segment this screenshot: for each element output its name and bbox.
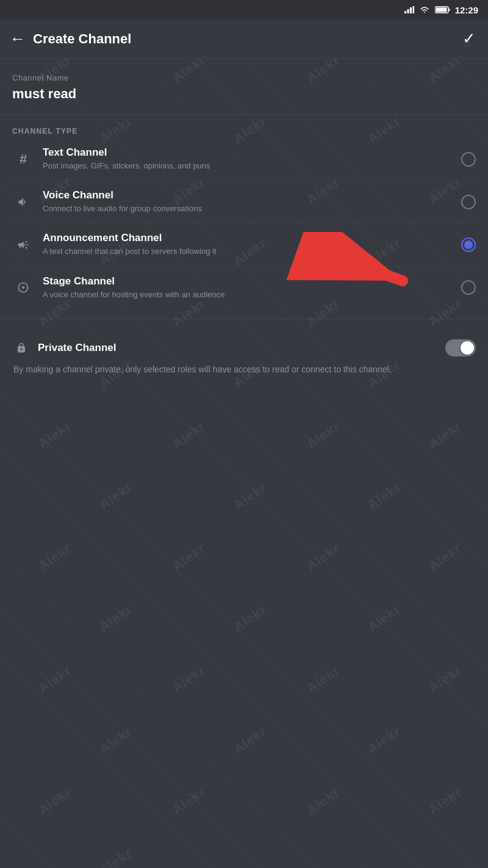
channel-type-section: CHANNEL TYPE # Text Channel Post images,… — [0, 115, 488, 309]
private-channel-row: Private Channel — [12, 339, 476, 357]
text-channel-option[interactable]: # Text Channel Post images, GIFs, sticke… — [12, 138, 476, 181]
watermark-tile: Alekr — [365, 601, 404, 635]
stage-channel-text: Stage Channel A voice channel for hostin… — [43, 275, 461, 300]
channel-name-section: Channel Name must read — [0, 59, 488, 115]
lock-icon — [12, 339, 30, 357]
watermark-tile: Alekr — [365, 479, 404, 513]
battery-icon — [435, 6, 450, 13]
watermark-tile: Alekr — [304, 540, 343, 574]
watermark-tile: Alekr — [365, 723, 404, 758]
voice-channel-title: Voice Channel — [43, 189, 461, 201]
text-channel-desc: Post images, GIFs, stickers, opinions, a… — [43, 161, 461, 172]
main-content: Channel Name must read CHANNEL TYPE # Te… — [0, 59, 488, 386]
signal-icon — [404, 6, 414, 13]
announcement-channel-title: Announcement Channel — [43, 232, 461, 244]
wifi-icon — [419, 6, 430, 13]
volume-icon — [12, 191, 34, 213]
status-bar: 12:29 — [0, 0, 488, 20]
watermark-tile: Alekr — [35, 662, 74, 696]
svg-rect-6 — [448, 9, 450, 11]
watermark-tile: Alekr — [304, 418, 343, 452]
stage-channel-title: Stage Channel — [43, 275, 461, 288]
back-button[interactable]: ← — [10, 27, 33, 51]
watermark-tile: Alekr — [426, 662, 465, 696]
watermark-tile: Alekr — [170, 540, 209, 574]
private-channel-section: Private Channel By making a channel priv… — [0, 329, 488, 386]
private-channel-label: Private Channel — [38, 342, 445, 354]
svg-rect-3 — [412, 6, 414, 13]
text-channel-radio[interactable] — [461, 152, 476, 167]
status-bar-icons — [404, 6, 450, 13]
watermark-tile: Alekr — [231, 601, 270, 635]
announcement-channel-radio[interactable] — [461, 237, 476, 252]
stage-icon — [12, 277, 34, 298]
watermark-tile: Alekr — [96, 845, 135, 868]
watermark-tile: Alekr — [304, 662, 343, 696]
watermark-tile: Alekr — [96, 723, 135, 758]
watermark-tile: Alekr — [426, 418, 465, 452]
hash-icon: # — [12, 148, 34, 170]
watermark-tile: Alekr — [170, 784, 209, 819]
watermark-tile: Alekr — [231, 479, 270, 513]
announcement-channel-option[interactable]: Announcement Channel A text channel that… — [12, 223, 476, 266]
channel-type-header: CHANNEL TYPE — [12, 127, 476, 136]
voice-channel-desc: Connect to live audio for group conversa… — [43, 203, 461, 214]
watermark-tile: Alekr — [231, 723, 270, 758]
watermark-tile: Alekr — [35, 418, 74, 452]
text-channel-text: Text Channel Post images, GIFs, stickers… — [43, 146, 461, 172]
stage-channel-radio[interactable] — [461, 280, 476, 295]
page-title: Create Channel — [33, 31, 460, 47]
announcement-channel-desc: A text channel that can post to servers … — [43, 246, 461, 257]
voice-channel-text: Voice Channel Connect to live audio for … — [43, 189, 461, 214]
svg-rect-0 — [404, 11, 406, 13]
announcement-channel-text: Announcement Channel A text channel that… — [43, 232, 461, 257]
text-channel-title: Text Channel — [43, 146, 461, 159]
private-channel-toggle[interactable] — [445, 339, 476, 356]
stage-channel-option[interactable]: Stage Channel A voice channel for hostin… — [12, 267, 476, 309]
watermark-tile: Alekr — [426, 540, 465, 574]
watermark-tile: Alekr — [170, 418, 209, 452]
voice-channel-option[interactable]: Voice Channel Connect to live audio for … — [12, 181, 476, 223]
svg-rect-5 — [436, 8, 447, 12]
watermark-tile: Alekr — [96, 479, 135, 513]
status-time: 12:29 — [455, 5, 478, 15]
watermark-tile: Alekr — [35, 540, 74, 574]
confirm-button[interactable]: ✓ — [460, 27, 478, 51]
stage-channel-desc: A voice channel for hosting events with … — [43, 289, 461, 300]
watermark-tile: Alekr — [170, 662, 209, 696]
toggle-knob — [461, 341, 474, 355]
channel-name-label: Channel Name — [12, 73, 476, 82]
watermark-tile: Alekr — [35, 784, 74, 819]
back-icon: ← — [10, 29, 26, 48]
voice-channel-radio[interactable] — [461, 195, 476, 209]
channel-name-value: must read — [12, 86, 476, 102]
megaphone-icon — [12, 234, 34, 256]
private-channel-description: By making a channel private, only select… — [12, 363, 476, 376]
check-icon: ✓ — [462, 29, 476, 48]
watermark-tile: Alekr — [96, 601, 135, 635]
watermark-tile: Alekr — [304, 784, 343, 819]
nav-bar: ← Create Channel ✓ — [0, 20, 488, 59]
watermark-tile: Alekr — [426, 784, 465, 819]
section-divider — [0, 319, 488, 319]
svg-rect-2 — [410, 7, 412, 13]
svg-rect-1 — [407, 9, 409, 13]
